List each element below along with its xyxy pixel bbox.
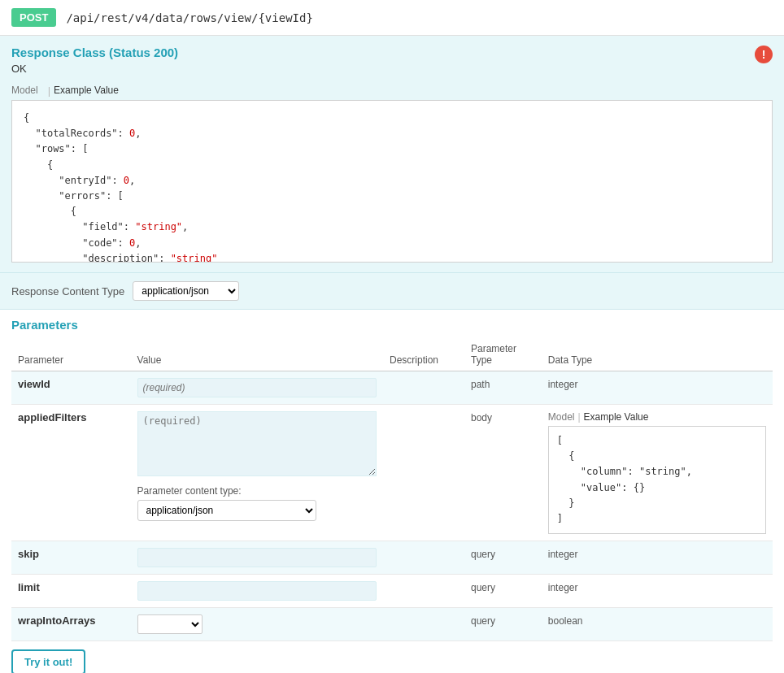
alert-icon: ! xyxy=(755,46,773,63)
param-content-type-label: Parameter content type: xyxy=(137,485,377,497)
table-row: wrapIntoArrays true false query boolean xyxy=(11,608,773,641)
param-input-skip[interactable] xyxy=(137,548,377,567)
param-select-wrapintoarrays[interactable]: true false xyxy=(137,614,203,634)
response-code-block: { "totalRecords": 0, "rows": [ { "entryI… xyxy=(11,100,773,263)
table-row: viewId path integer xyxy=(11,371,773,405)
col-header-description: Description xyxy=(383,338,464,371)
param-type-wrapintoarrays: query xyxy=(471,615,495,627)
page-wrapper: POST /api/rest/v4/data/rows/view/{viewId… xyxy=(0,0,784,673)
param-name-skip: skip xyxy=(18,548,39,560)
col-header-value: Value xyxy=(131,338,383,371)
table-row: skip query integer xyxy=(11,541,773,575)
param-type-limit: query xyxy=(471,582,495,593)
endpoint-path: /api/rest/v4/data/rows/view/{viewId} xyxy=(66,11,312,24)
response-class-title: Response Class (Status 200) xyxy=(11,46,773,59)
param-input-limit[interactable] xyxy=(137,581,377,601)
param-desc-limit xyxy=(383,575,464,608)
response-content-type-label: Response Content Type xyxy=(11,285,124,297)
response-status-text: OK xyxy=(11,63,773,75)
param-desc-wrapintoarrays xyxy=(383,608,464,641)
param-input-viewid[interactable] xyxy=(137,378,377,397)
param-name-viewid: viewId xyxy=(18,378,50,390)
body-code-block: [ { "column": "string", "value": {} } ] xyxy=(548,426,766,534)
table-header-row: Parameter Value Description ParameterTyp… xyxy=(11,338,773,371)
param-type-skip: query xyxy=(471,549,495,560)
param-type-viewid: path xyxy=(471,379,490,390)
param-name-appliedfilters: appliedFilters xyxy=(18,411,87,423)
param-textarea-appliedfilters[interactable] xyxy=(137,411,377,476)
try-it-row: Try it out! xyxy=(0,641,784,673)
code-line-3: "rows": [ xyxy=(24,141,760,157)
parameters-section: Parameters Parameter Value Description P… xyxy=(0,310,784,641)
param-datatype-skip: integer xyxy=(548,549,578,560)
inline-tab-model[interactable]: Model xyxy=(548,411,575,423)
model-tab-example[interactable]: Example Value xyxy=(54,81,125,100)
param-type-appliedfilters: body xyxy=(471,412,492,423)
col-header-data-type: Data Type xyxy=(542,338,773,371)
table-row: limit query integer xyxy=(11,575,773,608)
response-content-type-select[interactable]: application/json text/xml xyxy=(133,281,239,301)
inline-model-tabs: Model | Example Value xyxy=(548,411,766,423)
body-code-line-1: [ xyxy=(557,433,757,449)
code-line-5: "entryId": 0, xyxy=(24,173,760,189)
code-line-7: { xyxy=(24,204,760,219)
model-tabs: Model | Example Value xyxy=(11,81,773,100)
col-header-parameter: Parameter xyxy=(11,338,131,371)
params-table: Parameter Value Description ParameterTyp… xyxy=(11,338,773,641)
param-datatype-wrapintoarrays: boolean xyxy=(548,615,583,627)
code-line-4: { xyxy=(24,158,760,173)
code-line-6: "errors": [ xyxy=(24,189,760,204)
param-desc-skip xyxy=(383,541,464,575)
response-content-type-row: Response Content Type application/json t… xyxy=(0,273,784,310)
body-code-line-5: } xyxy=(557,496,757,511)
parameters-title: Parameters xyxy=(11,318,773,332)
code-line-10: "description": "string" xyxy=(24,251,760,263)
try-it-button[interactable]: Try it out! xyxy=(11,649,85,673)
table-row: appliedFilters Parameter content type: a… xyxy=(11,405,773,541)
param-datatype-viewid: integer xyxy=(548,379,578,390)
body-code-line-4: "value": {} xyxy=(557,480,757,496)
code-line-2: "totalRecords": 0, xyxy=(24,126,760,141)
param-desc-viewid xyxy=(383,371,464,405)
model-tab-model[interactable]: Model xyxy=(11,81,45,100)
param-content-type-select[interactable]: application/json text/xml xyxy=(137,500,316,521)
code-line-1: { xyxy=(24,111,760,126)
code-line-9: "code": 0, xyxy=(24,236,760,251)
code-line-8: "field": "string", xyxy=(24,219,760,235)
header-bar: POST /api/rest/v4/data/rows/view/{viewId… xyxy=(0,0,784,36)
response-section: Response Class (Status 200) OK ! Model |… xyxy=(0,36,784,273)
body-code-line-3: "column": "string", xyxy=(557,464,757,480)
param-desc-appliedfilters xyxy=(383,405,464,541)
param-datatype-limit: integer xyxy=(548,582,578,593)
method-badge: POST xyxy=(11,8,56,27)
body-code-line-2: { xyxy=(557,449,757,464)
param-name-limit: limit xyxy=(18,581,40,593)
col-header-param-type: ParameterType xyxy=(464,338,542,371)
body-code-line-6: ] xyxy=(557,511,757,527)
inline-tab-example[interactable]: Example Value xyxy=(584,411,649,423)
param-name-wrapintoarrays: wrapIntoArrays xyxy=(18,614,95,627)
